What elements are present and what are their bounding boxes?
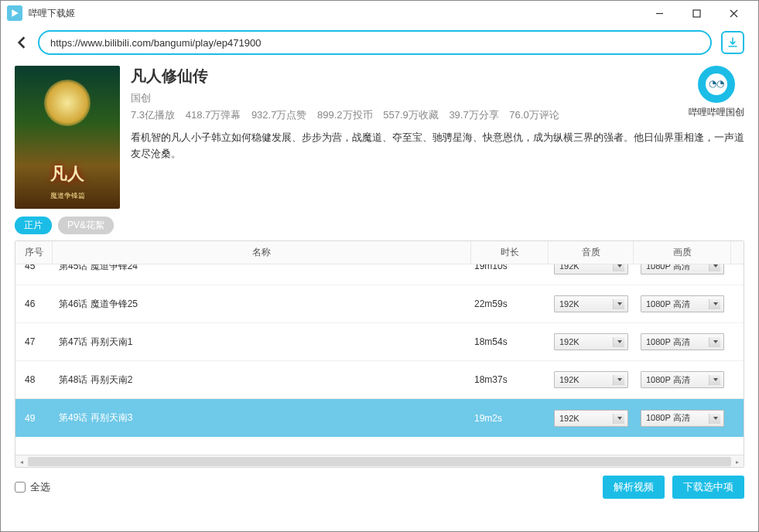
- window-title: 哔哩下载姬: [29, 7, 75, 20]
- uploader-block[interactable]: 哔哩哔哩国创: [689, 66, 744, 119]
- tab-main[interactable]: 正片: [15, 217, 52, 234]
- select-all-label: 全选: [30, 480, 50, 494]
- maximize-button[interactable]: [678, 1, 715, 26]
- svg-rect-2: [693, 10, 700, 17]
- stat-comments: 76.0万评论: [509, 109, 559, 121]
- stat-favorites: 557.9万收藏: [383, 109, 439, 121]
- header-extra: [731, 241, 744, 264]
- cell-index: 48: [15, 374, 53, 385]
- header-index[interactable]: 序号: [15, 241, 53, 264]
- video-select[interactable]: 1080P 高清: [641, 333, 724, 350]
- cell-name: 第46话 魔道争锋25: [53, 298, 471, 311]
- audio-select[interactable]: 192K: [554, 333, 628, 350]
- window-controls: [641, 1, 752, 26]
- url-bar: [1, 26, 758, 60]
- tab-extras[interactable]: PV&花絮: [58, 217, 114, 234]
- table-header: 序号 名称 时长 音质 画质: [15, 241, 744, 264]
- download-icon-button[interactable]: [721, 31, 744, 54]
- table-row[interactable]: 45 第45话 魔道争锋24 19m10s 192K 1080P 高清: [15, 264, 744, 285]
- cell-name: 第48话 再别天南2: [53, 373, 471, 387]
- footer: 全选 解析视频 下载选中项: [1, 468, 758, 506]
- table-row[interactable]: 49 第49话 再别天南3 19m2s 192K 1080P 高清: [15, 399, 744, 437]
- media-category: 国创: [131, 91, 744, 105]
- header-name[interactable]: 名称: [53, 241, 471, 264]
- back-button[interactable]: [15, 36, 29, 49]
- audio-select[interactable]: 192K: [554, 264, 628, 275]
- media-info: 魔道争锋篇 凡人修仙传 国创 7.3亿播放 418.7万弹幕 932.7万点赞 …: [15, 66, 744, 209]
- header-audio[interactable]: 音质: [549, 241, 634, 264]
- scroll-right-arrow[interactable]: ▸: [731, 455, 744, 468]
- parse-button[interactable]: 解析视频: [603, 476, 665, 499]
- table-body[interactable]: 192K 1080P 高清 45 第45话 魔道争锋24 19m10s 192K…: [15, 264, 744, 455]
- table-row[interactable]: 47 第47话 再别天南1 18m54s 192K 1080P 高清: [15, 323, 744, 361]
- cell-index: 49: [15, 413, 53, 424]
- uploader-name: 哔哩哔哩国创: [689, 106, 744, 119]
- video-select[interactable]: 1080P 高清: [641, 264, 724, 275]
- minimize-button[interactable]: [641, 1, 678, 26]
- stat-likes: 932.7万点赞: [251, 109, 307, 121]
- scroll-thumb[interactable]: [28, 457, 731, 466]
- audio-select[interactable]: 192K: [554, 410, 628, 427]
- select-all-checkbox[interactable]: 全选: [15, 480, 50, 494]
- cell-duration: 19m10s: [471, 264, 549, 271]
- url-input[interactable]: [38, 30, 712, 55]
- table-row[interactable]: 48 第48话 再别天南2 18m37s 192K 1080P 高清: [15, 361, 744, 399]
- close-button[interactable]: [715, 1, 752, 26]
- stat-danmaku: 418.7万弹幕: [186, 109, 241, 121]
- table-row[interactable]: 46 第46话 魔道争锋25 22m59s 192K 1080P 高清: [15, 285, 744, 323]
- stat-shares: 39.7万分享: [449, 109, 498, 121]
- header-duration[interactable]: 时长: [471, 241, 549, 264]
- scroll-left-arrow[interactable]: ◂: [15, 455, 28, 468]
- episode-table: 序号 名称 时长 音质 画质 192K 1080P 高清 45 第45话 魔道争…: [15, 240, 744, 468]
- section-tabs: 正片 PV&花絮: [15, 217, 744, 234]
- cell-name: 第47话 再别天南1: [53, 336, 471, 349]
- cell-name: 第45话 魔道争锋24: [53, 264, 471, 273]
- app-logo: [7, 5, 22, 21]
- video-select[interactable]: 1080P 高清: [641, 371, 724, 388]
- stat-plays: 7.3亿播放: [131, 109, 175, 121]
- cell-duration: 22m59s: [471, 298, 549, 309]
- cell-name: 第49话 再别天南3: [53, 411, 471, 425]
- audio-select[interactable]: 192K: [554, 295, 628, 312]
- header-video[interactable]: 画质: [634, 241, 731, 264]
- audio-select[interactable]: 192K: [554, 371, 628, 388]
- download-button[interactable]: 下载选中项: [672, 476, 744, 499]
- checkbox-icon: [15, 482, 26, 493]
- video-select[interactable]: 1080P 高清: [641, 295, 724, 312]
- cell-index: 46: [15, 298, 53, 309]
- video-select[interactable]: 1080P 高清: [641, 410, 724, 427]
- media-title: 凡人修仙传: [131, 66, 744, 87]
- media-stats: 7.3亿播放 418.7万弹幕 932.7万点赞 899.2万投币 557.9万…: [131, 108, 744, 122]
- cover-image: 魔道争锋篇: [15, 66, 120, 209]
- cell-duration: 18m54s: [471, 336, 549, 347]
- titlebar: 哔哩下载姬: [1, 1, 758, 26]
- horizontal-scrollbar[interactable]: ◂ ▸: [15, 455, 744, 467]
- cell-duration: 18m37s: [471, 374, 549, 385]
- stat-coins: 899.2万投币: [317, 109, 373, 121]
- svg-marker-0: [12, 9, 18, 17]
- cell-index: 47: [15, 336, 53, 347]
- cell-duration: 19m2s: [471, 413, 549, 424]
- media-description: 看机智的凡人小子韩立如何稳健发展、步步为营，战魔道、夺至宝、驰骋星海、快意恩仇，…: [131, 130, 744, 162]
- cell-index: 45: [15, 264, 53, 271]
- uploader-avatar: [698, 66, 735, 103]
